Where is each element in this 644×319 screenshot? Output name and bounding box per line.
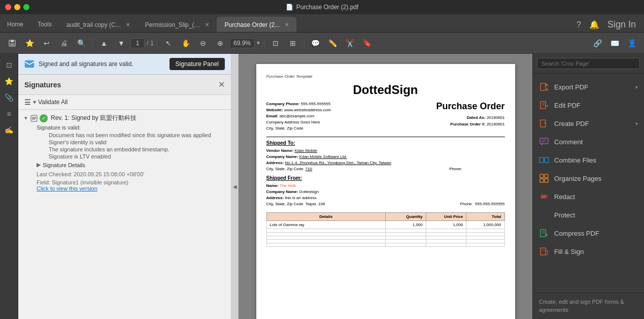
- close-tab-audit-trail[interactable]: ✕: [126, 22, 130, 27]
- left-icon-attachments[interactable]: 📎: [2, 90, 16, 105]
- signatures-panel-close-btn[interactable]: ✕: [218, 80, 225, 89]
- tabbar: Home Tools audit_trail copy (C... ✕ Perm…: [0, 14, 644, 33]
- tab-home[interactable]: Home: [0, 17, 30, 32]
- pdf-vendor-address: Address: No.1-4, Zhonghua Rd., Yongkang …: [266, 160, 505, 166]
- signatures-panel-header: Signatures ✕: [18, 75, 231, 95]
- menu-item-combine-files[interactable]: Combine Files: [533, 151, 644, 169]
- menu-item-compress-pdf[interactable]: Compress PDF: [533, 224, 644, 242]
- next-page-btn[interactable]: ▼: [113, 36, 129, 50]
- bookmark-btn[interactable]: ⭐: [21, 36, 38, 50]
- panel-collapse-handle[interactable]: ◀: [231, 54, 239, 319]
- zoom-area: 69.9% ▼: [229, 38, 261, 48]
- menu-item-redact[interactable]: Redact: [533, 187, 644, 206]
- share-btn[interactable]: 🔗: [589, 36, 605, 50]
- cursor-tool-btn[interactable]: ↖: [160, 36, 177, 50]
- notification-icon[interactable]: 🔔: [589, 20, 599, 29]
- svg-rect-32: [540, 248, 546, 255]
- zoom-dropdown-btn[interactable]: ▼: [256, 40, 261, 46]
- menu-item-edit-pdf[interactable]: Edit PDF: [533, 96, 644, 114]
- user-btn[interactable]: 👤: [624, 36, 640, 50]
- view-version-link[interactable]: Click to view this version: [37, 185, 225, 192]
- notification-text: Signed and all signatures are valid.: [39, 60, 133, 68]
- collapse-triangle-icon: ▶: [37, 162, 41, 168]
- table-cell-4-quantity: [386, 240, 426, 243]
- revision-1-label: Rev. 1: Signed by 凱盟行動科技: [51, 114, 137, 122]
- back-btn[interactable]: ↩: [39, 36, 55, 50]
- menu-item-create-pdf[interactable]: Create PDF▾: [533, 114, 644, 133]
- pdf-viewer[interactable]: Purchase Order Template DottedSign Compa…: [239, 54, 532, 319]
- zoom-out-btn[interactable]: ⊖: [195, 36, 211, 50]
- tab-audit-trail[interactable]: audit_trail copy (C... ✕: [59, 17, 138, 32]
- export-icon: [539, 82, 549, 92]
- minimize-window-btn[interactable]: [14, 4, 20, 10]
- page-input[interactable]: [130, 38, 145, 48]
- signatures-panel-title: Signatures: [24, 81, 61, 89]
- comment-icon: [539, 137, 549, 147]
- menu-item-fill-sign[interactable]: Fill & Sign: [533, 242, 644, 261]
- valid-message: Signature is valid:: [37, 124, 225, 131]
- sep-1: [92, 38, 93, 48]
- pdf-divider-1: [266, 137, 505, 137]
- left-icon-signatures[interactable]: ✍: [2, 123, 16, 137]
- revision-1-header[interactable]: ▾ ✓ Rev. 1: Signed by 凱盟行動科技: [24, 114, 225, 122]
- table-cell-4-details: [266, 240, 386, 243]
- left-icon-bookmarks[interactable]: ⭐: [2, 74, 16, 88]
- left-icon-layers[interactable]: ≡: [2, 107, 16, 121]
- table-cell-0-quantity: 1,000: [386, 221, 426, 229]
- left-icon-pages[interactable]: ⊡: [2, 58, 16, 72]
- compress-icon: [539, 228, 549, 238]
- validate-all-button[interactable]: ☰ ▾ Validate All: [24, 98, 67, 106]
- window-controls[interactable]: [5, 4, 29, 10]
- signature-panel-button[interactable]: Signature Panel: [170, 58, 225, 70]
- menu-item-export-pdf[interactable]: Export PDF▾: [533, 78, 644, 96]
- pdf-file-icon: 📄: [286, 4, 293, 11]
- close-tab-purchase-order[interactable]: ✕: [285, 22, 289, 27]
- titlebar: 📄 Purchase Order (2).pdf: [0, 0, 644, 14]
- print-btn[interactable]: 🖨: [56, 36, 72, 50]
- detail-2: The signature includes an embedded times…: [37, 146, 225, 152]
- zoom-in-btn[interactable]: ⊕: [212, 36, 228, 50]
- hand-tool-btn[interactable]: ✋: [178, 36, 194, 50]
- help-icon[interactable]: ?: [577, 20, 581, 29]
- pen-btn[interactable]: ✏️: [325, 36, 341, 50]
- edit-btn[interactable]: ✂️: [342, 36, 358, 50]
- prev-page-btn[interactable]: ▲: [96, 36, 112, 50]
- save-btn[interactable]: [4, 36, 20, 50]
- signature-details-toggle[interactable]: ▶ Signature Details: [37, 161, 225, 169]
- table-cell-1-unit_price: [426, 229, 466, 233]
- pdf-po-details: Dated As: 20190601 Purchase Order #: 201…: [436, 115, 504, 128]
- close-tab-permission-slip[interactable]: ✕: [205, 22, 209, 27]
- menu-item-comment[interactable]: Comment: [533, 133, 644, 151]
- menu-item-protect[interactable]: Protect: [533, 206, 644, 224]
- svg-rect-24: [540, 179, 544, 182]
- mail-btn[interactable]: ✉️: [606, 36, 623, 50]
- pdf-from-city-row: City, State, Zip Code Taipei, 106 Phone:…: [266, 201, 505, 207]
- table-cell-5-details: [266, 243, 386, 247]
- maximize-window-btn[interactable]: [23, 4, 29, 10]
- zoom-value[interactable]: 69.9%: [229, 38, 255, 48]
- marquee-zoom-btn[interactable]: ⊞: [285, 36, 301, 50]
- svg-rect-8: [540, 83, 546, 90]
- tabbar-right-actions: ? 🔔 Sign In: [577, 19, 644, 32]
- pdf-shipped-to-info: Vendor Name: Kdan Mobile Company Name: K…: [266, 148, 505, 172]
- stamp-btn[interactable]: 🔖: [359, 36, 376, 50]
- pdf-phone-line: Company Phone: 555-555-555555: [266, 101, 331, 107]
- sign-in-button[interactable]: Sign In: [607, 19, 636, 30]
- tab-purchase-order[interactable]: Purchase Order (2... ✕: [217, 17, 296, 32]
- menu-item-edit-pdf-label: Edit PDF: [554, 102, 638, 109]
- select-tool-btn[interactable]: ⊡: [267, 36, 284, 50]
- close-window-btn[interactable]: [5, 4, 11, 10]
- menu-item-organize-pages[interactable]: Organize Pages: [533, 169, 644, 187]
- pdf-contact-info: Company Phone: 555-555-555555 Website: w…: [266, 101, 331, 132]
- search-btn[interactable]: 🔍: [73, 36, 89, 50]
- validate-all-label: Validate All: [38, 99, 67, 106]
- table-cell-0-details: Lots of Gamma ray: [266, 221, 386, 229]
- tab-permission-slip[interactable]: Permission_Slip_(… ✕: [138, 17, 217, 32]
- pdf-shipped-from-info: Name: The Hulk Company Name: Dottedsign …: [266, 183, 505, 207]
- comment-btn[interactable]: 💬: [308, 36, 324, 50]
- table-header-qty: Quantity: [386, 213, 426, 221]
- menu-item-redact-label: Redact: [554, 193, 638, 201]
- search-input[interactable]: [537, 58, 640, 69]
- tab-tools[interactable]: Tools: [30, 17, 59, 32]
- menu-item-organize-pages-label: Organize Pages: [554, 175, 638, 182]
